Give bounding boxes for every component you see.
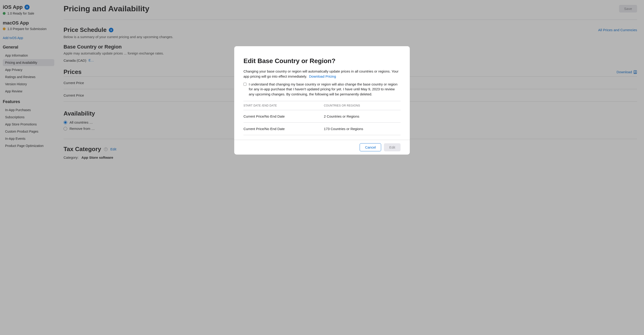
col-countries-regions: COUNTRIES OR REGIONS	[324, 101, 400, 110]
modal-body: Edit Base Country or Region? Changing yo…	[234, 46, 410, 140]
edit-base-region-modal: Edit Base Country or Region? Changing yo…	[234, 46, 410, 154]
cell-dates: Current Price/No End Date	[244, 110, 324, 122]
table-row: Current Price/No End Date 173 Countries …	[244, 122, 400, 135]
cancel-button[interactable]: Cancel	[360, 143, 381, 151]
modal-footer: Cancel Edit	[234, 140, 410, 154]
download-pricing-link[interactable]: Download Pricing	[309, 74, 336, 78]
consent-checkbox[interactable]	[244, 83, 246, 86]
cell-regions: 173 Countries or Regions	[324, 122, 400, 135]
cell-dates: Current Price/No End Date	[244, 122, 324, 135]
table-row: Current Price/No End Date 2 Countries or…	[244, 110, 400, 122]
col-start-end-date: START DATE /END DATE	[244, 101, 324, 110]
modal-table: START DATE /END DATE COUNTRIES OR REGION…	[244, 101, 400, 135]
modal-backdrop[interactable]: Edit Base Country or Region? Changing yo…	[0, 0, 644, 335]
consent-text: I understand that changing my base count…	[249, 82, 400, 97]
edit-button[interactable]: Edit	[384, 143, 400, 151]
consent-row[interactable]: I understand that changing my base count…	[244, 82, 400, 97]
cell-regions: 2 Countries or Regions	[324, 110, 400, 122]
modal-title: Edit Base Country or Region?	[244, 57, 400, 65]
modal-description: Changing your base country or region wil…	[244, 69, 400, 79]
